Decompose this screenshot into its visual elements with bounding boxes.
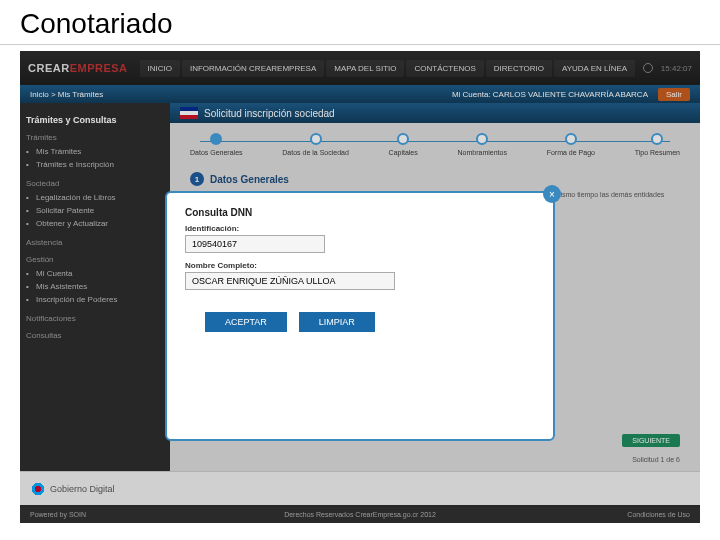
step-capitales[interactable]: Capitales xyxy=(389,133,418,156)
app-window: CREAREMPRESA INICIO INFORMACIÓN CREAREMP… xyxy=(20,51,700,507)
step-label: Nombramientos xyxy=(458,149,507,156)
clear-button[interactable]: LIMPIAR xyxy=(299,312,375,332)
step-resumen[interactable]: Tipo Resumen xyxy=(635,133,680,156)
id-input[interactable] xyxy=(185,235,325,253)
step-label: Tipo Resumen xyxy=(635,149,680,156)
step-dot-icon xyxy=(651,133,663,145)
step-datos-sociedad[interactable]: Datos de la Sociedad xyxy=(282,133,349,156)
name-input[interactable] xyxy=(185,272,395,290)
name-label: Nombre Completo: xyxy=(185,261,535,270)
step-label: Datos Generales xyxy=(190,149,243,156)
close-icon[interactable]: × xyxy=(543,185,561,203)
slide-title: Conotariado xyxy=(0,0,720,45)
rights-text: Derechos Reservados CrearEmpresa.go.cr 2… xyxy=(284,511,436,518)
consulta-dnn-modal: × Consulta DNN Identificación: Nombre Co… xyxy=(165,191,555,441)
modal-buttons: ACEPTAR LIMPIAR xyxy=(205,312,535,332)
step-dot-icon xyxy=(310,133,322,145)
modal-title: Consulta DNN xyxy=(185,207,535,218)
step-label: Capitales xyxy=(389,149,418,156)
conditions-link[interactable]: Condiciones de Uso xyxy=(627,511,690,518)
step-dot-icon xyxy=(565,133,577,145)
step-datos-generales[interactable]: Datos Generales xyxy=(190,133,243,156)
modal-overlay: × Consulta DNN Identificación: Nombre Co… xyxy=(20,51,700,507)
step-dot-icon xyxy=(210,133,222,145)
powered-by: Powered by SOIN xyxy=(30,511,86,518)
accept-button[interactable]: ACEPTAR xyxy=(205,312,287,332)
step-dot-icon xyxy=(476,133,488,145)
step-label: Datos de la Sociedad xyxy=(282,149,349,156)
id-label: Identificación: xyxy=(185,224,535,233)
step-forma-pago[interactable]: Forma de Pago xyxy=(547,133,595,156)
footer-dark: Powered by SOIN Derechos Reservados Crea… xyxy=(20,505,700,523)
step-dot-icon xyxy=(397,133,409,145)
step-label: Forma de Pago xyxy=(547,149,595,156)
step-nombramientos[interactable]: Nombramientos xyxy=(458,133,507,156)
